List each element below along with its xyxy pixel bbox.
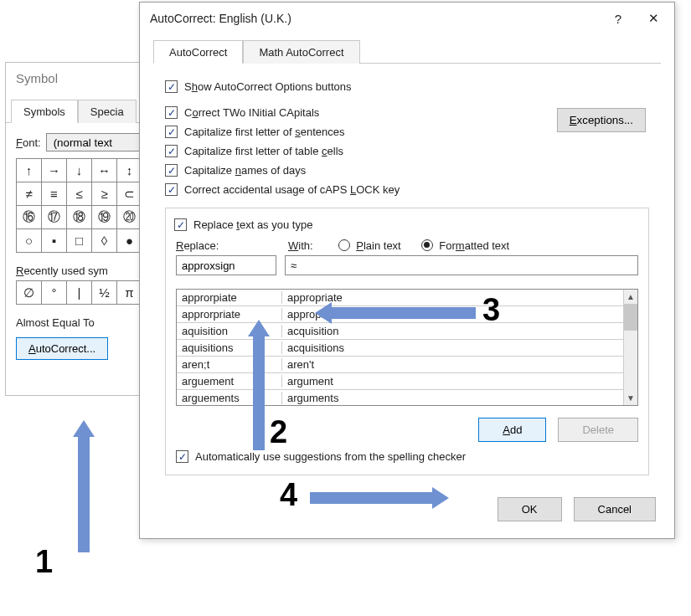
list-item[interactable]: arguementsarguments [177,390,623,406]
tab-autocorrect[interactable]: AutoCorrect [153,40,243,64]
chk-sentences-label: Capitalize first letter of sentences [184,126,344,138]
radio-formatted-text-label: Formatted text [439,239,509,252]
replace-input[interactable] [176,255,276,275]
autocorrect-list: approrpiateappropriate approrpriateappro… [176,289,638,406]
symbol-cell[interactable]: ⑯ [17,206,42,229]
symbol-cell[interactable]: ↑ [17,159,42,182]
radio-plain-text[interactable] [338,239,350,251]
symbol-cell[interactable]: □ [67,229,92,253]
symbol-cell[interactable]: ⑱ [67,206,92,229]
recent-cell[interactable]: ∅ [17,281,42,305]
annotation-arrow-head-icon [432,487,449,509]
chk-cells[interactable] [165,145,178,157]
tab-special[interactable]: Specia [78,100,137,123]
symbol-cell[interactable]: ↔ [92,159,117,182]
font-label: Font: [16,136,41,149]
list-item[interactable]: arguementargument [177,373,623,390]
annotation-number: 1 [35,544,53,580]
symbol-cell[interactable]: → [42,159,67,182]
scroll-thumb[interactable] [624,304,637,331]
chk-cells-label: Capitalize first letter of table cells [184,145,343,157]
annotation-number: 4 [280,477,297,513]
list-item[interactable]: approrpiateappropriate [177,290,623,306]
add-button[interactable]: Add [478,418,546,442]
radio-formatted-text[interactable] [421,239,433,251]
ok-button[interactable]: OK [498,497,562,521]
close-button[interactable]: ✕ [636,8,671,29]
chk-spell-suggestions-label: Automatically use suggestions from the s… [195,450,466,463]
help-button[interactable]: ? [601,8,636,29]
annotation-arrow-head-icon [248,320,270,336]
replace-section: Replace text as you type Replace: With: … [165,208,649,475]
symbol-cell[interactable]: ≥ [92,182,117,206]
annotation-arrow [253,335,265,450]
annotation-arrow [310,492,434,504]
autocorrect-dialog: AutoCorrect: English (U.K.) ? ✕ AutoCorr… [139,2,675,539]
chk-two-initial[interactable] [165,106,178,119]
tab-math-autocorrect[interactable]: Math AutoCorrect [243,40,359,64]
chk-show-options[interactable] [165,80,178,93]
ac-tabs: AutoCorrect Math AutoCorrect [153,39,661,64]
chk-two-initial-label: Correct TWo INitial CApitals [184,106,319,119]
chk-days[interactable] [165,164,178,177]
chk-sentences[interactable] [165,126,178,138]
annotation-number: 2 [270,414,287,450]
with-input[interactable] [285,255,638,275]
annotation-arrow-head-icon [73,420,95,437]
autocorrect-button[interactable]: AutoCorrect... [16,337,108,360]
annotation-arrow [78,435,90,552]
recent-cell[interactable]: ° [42,281,67,305]
dialog-title: AutoCorrect: English (U.K.) [150,12,291,25]
replace-label: Replace: [176,239,268,252]
list-item[interactable]: aren;taren't [177,357,623,373]
list-item[interactable]: aquisitionacquisition [177,323,623,340]
tab-symbols[interactable]: Symbols [11,100,78,123]
with-label: With: [288,239,313,252]
symbol-cell[interactable]: ⑰ [42,206,67,229]
annotation-number: 3 [482,292,500,328]
titlebar: AutoCorrect: English (U.K.) ? ✕ [140,3,674,34]
chk-replace-as-type-label: Replace text as you type [193,218,312,231]
chk-replace-as-type[interactable] [174,218,187,231]
symbol-cell[interactable]: ◊ [92,229,117,253]
symbol-cell[interactable]: ⑲ [92,206,117,229]
recent-cell[interactable]: ½ [92,281,117,305]
chk-days-label: Capitalize names of days [184,164,306,177]
cancel-button[interactable]: Cancel [574,497,656,521]
delete-button: Delete [558,418,638,442]
symbol-cell[interactable]: ≠ [17,182,42,206]
symbol-cell[interactable]: ≡ [42,182,67,206]
exceptions-button[interactable]: Exceptions... [557,108,646,132]
chk-spell-suggestions[interactable] [176,450,188,463]
symbol-cell[interactable]: ≤ [67,182,92,206]
chk-caps-label: Correct accidental usage of cAPS LOCK ke… [184,183,400,196]
symbol-cell[interactable]: ▪ [42,229,67,253]
chk-show-options-label: Show AutoCorrect Options buttons [184,80,351,93]
radio-plain-text-label: Plain text [356,239,400,252]
scroll-up-icon[interactable]: ▲ [624,290,637,304]
list-item[interactable]: aquisitionsacquisitions [177,340,623,357]
annotation-arrow [330,307,476,319]
list-scrollbar[interactable]: ▲ ▼ [623,290,637,405]
symbol-cell[interactable]: ○ [17,229,42,253]
scroll-down-icon[interactable]: ▼ [624,391,637,405]
recent-cell[interactable]: | [67,281,92,305]
annotation-arrow-head-icon [315,302,332,324]
symbol-cell[interactable]: ↓ [67,159,92,182]
chk-caps[interactable] [165,183,178,196]
